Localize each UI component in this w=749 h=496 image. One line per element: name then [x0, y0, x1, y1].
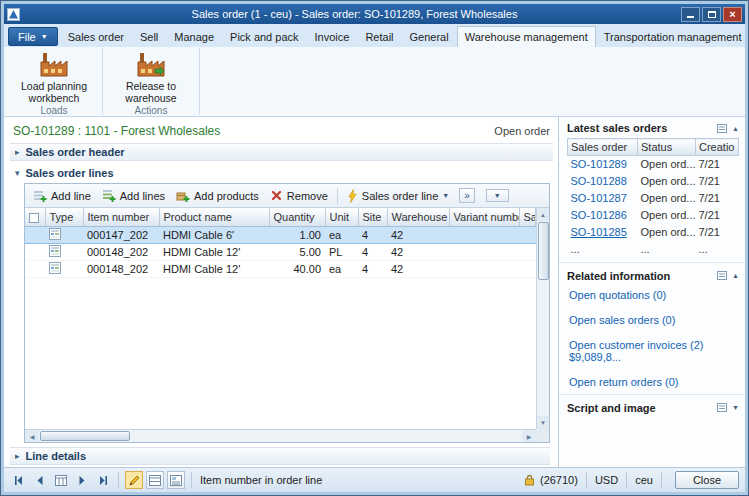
remove-button[interactable]: Remove [265, 187, 333, 204]
cell-quantity: 5.00 [269, 243, 325, 260]
list-item: SO-101286 Open ord... 7/21 [568, 207, 739, 224]
scroll-left-button[interactable]: ◀ [25, 430, 39, 443]
select-all-checkbox[interactable] [29, 213, 39, 223]
toolbar-dropdown-button[interactable]: ▼ [486, 189, 509, 202]
record-list-button[interactable] [52, 471, 70, 489]
collapse-factbox-button[interactable]: ▲ [732, 272, 739, 279]
col-header-warehouse[interactable]: Warehouse [387, 208, 449, 226]
cell-unit: ea [325, 260, 358, 277]
grid-horizontal-scrollbar[interactable]: ◀ ▶ [25, 429, 536, 442]
factbox-menu-icon[interactable] [717, 271, 727, 280]
tab-sales-order[interactable]: Sales order [60, 26, 132, 47]
minimize-button[interactable] [681, 7, 700, 22]
scrollbar-thumb[interactable] [538, 222, 549, 280]
next-record-button[interactable] [73, 471, 91, 489]
app-icon[interactable] [7, 8, 20, 21]
col-header-site[interactable]: Site [358, 208, 387, 226]
previous-record-button[interactable] [31, 471, 49, 489]
scroll-up-button[interactable]: ▲ [537, 208, 550, 221]
close-button[interactable]: Close [675, 471, 739, 489]
fb-ellipsis-cell: ... [568, 241, 638, 258]
expand-factbox-button[interactable]: ▼ [732, 404, 739, 411]
tab-pick-and-pack[interactable]: Pick and pack [222, 26, 306, 47]
scrollbar-corner [536, 429, 549, 442]
scroll-down-button[interactable]: ▼ [537, 416, 550, 429]
company-indicator: ceu [635, 474, 653, 486]
titlebar: Sales order (1 - ceu) - Sales order: SO-… [4, 4, 745, 24]
list-item: SO-101287 Open ord... 7/21 [568, 190, 739, 207]
select-all-header[interactable] [25, 208, 45, 226]
row-select-cell [25, 243, 45, 260]
load-planning-workbench-button[interactable]: Load planning workbench [12, 49, 96, 105]
tab-sell[interactable]: Sell [132, 26, 166, 47]
open-customer-invoices-link[interactable]: Open customer invoices (2) $9,089,8... [569, 339, 737, 363]
col-header-type[interactable]: Type [45, 208, 83, 226]
table-row[interactable]: 000147_202 HDMI Cable 6' 1.00 ea 4 42 [25, 226, 536, 243]
col-header-quantity[interactable]: Quantity [269, 208, 325, 226]
first-record-button[interactable] [10, 471, 28, 489]
tab-manage[interactable]: Manage [166, 26, 222, 47]
file-menu-button[interactable]: File ▼ [8, 27, 58, 46]
tab-general[interactable]: General [402, 26, 457, 47]
col-header-variant-number[interactable]: Variant number [449, 208, 519, 226]
scrollbar-thumb[interactable] [40, 431, 130, 441]
add-lines-button[interactable]: Add lines [97, 187, 170, 205]
fb-col-status[interactable]: Status [638, 139, 696, 156]
record-icon [49, 262, 61, 274]
collapse-factbox-button[interactable]: ▲ [732, 125, 739, 132]
factbox-menu-icon[interactable] [717, 124, 727, 133]
toolbar-overflow-button[interactable]: » [459, 188, 475, 203]
col-header-product-name[interactable]: Product name [159, 208, 269, 226]
tab-invoice[interactable]: Invoice [307, 26, 358, 47]
fasttab-sales-order-header[interactable]: ▸ Sales order header [10, 143, 553, 161]
release-to-warehouse-button[interactable]: Release to warehouse [109, 49, 193, 105]
sales-order-link[interactable]: SO-101289 [571, 158, 627, 170]
sales-order-link[interactable]: SO-101288 [571, 175, 627, 187]
table-row[interactable]: 000148_202 HDMI Cable 12' 40.00 ea 4 42 [25, 260, 536, 277]
fb-status-cell: Open ord... [638, 190, 696, 207]
tab-transportation-management[interactable]: Transportation management [596, 26, 749, 47]
sales-order-link[interactable]: SO-101285 [571, 226, 627, 238]
fb-col-created[interactable]: Creatio [696, 139, 739, 156]
cell-quantity: 1.00 [269, 226, 325, 243]
col-header-item-number[interactable]: Item number [83, 208, 159, 226]
main-area: SO-101289 : 1101 - Forest Wholesales Ope… [4, 117, 745, 467]
factbox-script-and-image-header[interactable]: Script and image ▼ [559, 397, 745, 417]
add-line-button[interactable]: Add line [28, 187, 96, 205]
maximize-button[interactable] [702, 7, 721, 22]
col-header-unit[interactable]: Unit [325, 208, 358, 226]
sales-order-line-menu-button[interactable]: Sales order line ▼ [342, 187, 454, 205]
ribbon-group-actions: Release to warehouse Actions [103, 48, 200, 115]
view-grid-button[interactable] [146, 471, 164, 489]
open-return-orders-link[interactable]: Open return orders (0) [569, 376, 737, 388]
statusbar-separator [118, 472, 119, 488]
table-row[interactable]: 000148_202 HDMI Cable 12' 5.00 PL 4 42 [25, 243, 536, 260]
open-sales-orders-link[interactable]: Open sales orders (0) [569, 314, 737, 326]
toolbar-separator [337, 188, 338, 204]
add-products-button[interactable]: Add products [171, 187, 264, 205]
last-record-button[interactable] [94, 471, 112, 489]
factbox-latest-sales-orders-header[interactable]: Latest sales orders ▲ [559, 117, 745, 137]
open-quotations-link[interactable]: Open quotations (0) [569, 289, 737, 301]
fb-created-cell: 7/21 [696, 190, 739, 207]
cell-site: 4 [358, 226, 387, 243]
tab-warehouse-management[interactable]: Warehouse management [457, 26, 596, 47]
last-record-icon [98, 475, 108, 486]
tab-retail[interactable]: Retail [357, 26, 401, 47]
col-header-sales[interactable]: Sal [519, 208, 536, 226]
sales-order-link[interactable]: SO-101287 [571, 192, 627, 204]
factbox-divider [559, 394, 745, 395]
scroll-right-button[interactable]: ▶ [522, 430, 536, 443]
fasttab-line-details[interactable]: ▸ Line details [10, 447, 550, 465]
view-details-button[interactable] [167, 471, 185, 489]
factbox-menu-icon[interactable] [717, 403, 727, 412]
grid-vertical-scrollbar[interactable]: ▲ ▼ [536, 208, 549, 429]
add-products-label: Add products [194, 190, 259, 202]
close-window-button[interactable]: × [723, 7, 742, 22]
fb-col-sales-order[interactable]: Sales order [568, 139, 638, 156]
edit-record-button[interactable] [125, 471, 143, 489]
add-lines-label: Add lines [120, 190, 165, 202]
factbox-related-information-header[interactable]: Related information ▲ [559, 265, 745, 285]
fasttab-sales-order-lines[interactable]: ▾ Sales order lines [10, 161, 553, 181]
sales-order-link[interactable]: SO-101286 [571, 209, 627, 221]
